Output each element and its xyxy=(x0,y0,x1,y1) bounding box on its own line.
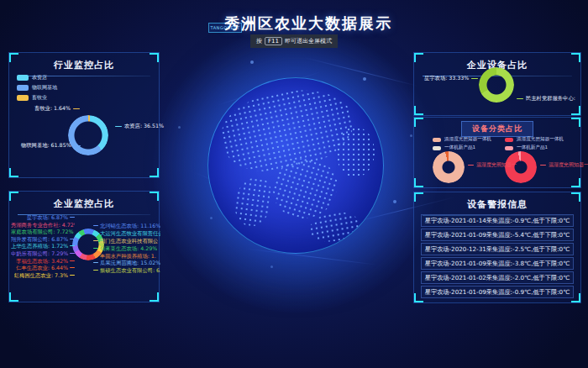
device-category-donut-left[interactable] xyxy=(433,151,465,183)
leader-line xyxy=(93,233,98,234)
panel-device-alarms: 设备警报信息 星宇农场-2021-01-14采集温度:-0.9℃,低于下限:0℃… xyxy=(413,192,581,303)
globe-continent-dots xyxy=(232,175,274,228)
panel-title: 设备警报信息 xyxy=(414,198,580,211)
legend-label: 畜牧业 xyxy=(32,94,47,102)
alarm-row: 星宇农场-2021-01-09采集温度:-3.8℃,低于下限:0℃ xyxy=(421,257,574,270)
device-category-callout-right: 温湿度光照知器一 xyxy=(540,161,588,169)
callout-text: 民主村党群服务中心: xyxy=(526,95,575,103)
legend-label: 一体机新产品1 xyxy=(444,145,475,151)
legend-item[interactable]: 一体机新产品1 xyxy=(433,145,491,151)
legend-item[interactable]: 温湿度光照知器一体机 xyxy=(505,136,564,143)
panel-enterprise-monitor: 企业监控占比 星宇农场: 6.87% 秀湖商务专业合作社: 4.72% 家庭农场… xyxy=(8,191,160,302)
alarm-row: 星宇农场-2021-01-09采集温度:-0.9℃,低于下限:0℃ xyxy=(421,286,574,298)
legend-label: 农资店 xyxy=(32,74,47,81)
label-text: 上华生态养殖场: 1.72% xyxy=(11,243,68,249)
industry-callout-livestock: 畜牧业: 1.64% xyxy=(34,105,80,113)
leader-line xyxy=(93,255,98,256)
legend-swatch xyxy=(505,138,513,142)
legend-swatch xyxy=(433,138,441,142)
legend-label: 温湿度光照知器一体机 xyxy=(517,136,564,143)
panel-industry-monitor: 行业监控占比 农资店 物联网基地 畜牧业 畜牧业 xyxy=(8,52,160,178)
label-text: 仁丰生态农业: 6.44% xyxy=(16,265,68,271)
leader-line xyxy=(93,240,98,241)
panel-device-category: 设备分类占比 温湿度光照知器一体机 一体机新产品1 温湿度光照知器一体机 xyxy=(413,117,581,188)
label-text: 星宇农场: 6.87% xyxy=(27,214,68,220)
label-text: 瓜果沅周苗圃地: 15.02% xyxy=(100,260,160,265)
leader-line xyxy=(70,239,75,239)
legend-item[interactable]: 温湿度光照知器一体机 xyxy=(433,136,491,143)
leader-line xyxy=(74,145,81,146)
label-text: 红梅园生态农业: 7.3% xyxy=(14,272,68,278)
leader-line xyxy=(93,262,98,263)
legend-item[interactable]: 畜牧业 xyxy=(17,94,57,102)
leader-line xyxy=(93,270,98,271)
legend-item[interactable]: 一体机新产品1 xyxy=(505,145,564,151)
label-text: 翔升发有限公司: 6.87% xyxy=(11,236,68,242)
device-ratio-donut-chart[interactable] xyxy=(479,67,514,103)
panel-title: 企业监控占比 xyxy=(9,197,159,210)
globe xyxy=(207,77,384,254)
enterprise-label: 北珂锦生态农场: 11.16% xyxy=(93,223,160,229)
label-text: 北珂锦生态农场: 11.16% xyxy=(100,223,160,229)
legend-label: 温湿度光照知器一体机 xyxy=(444,136,491,143)
legend-item[interactable]: 物联网基地 xyxy=(17,84,57,92)
alarm-row: 星宇农场-2021-01-14采集温度:-0.9℃,低于下限:0℃ xyxy=(421,214,574,227)
leader-line xyxy=(70,217,75,218)
label-text: 阳门生态农业科技有限公 xyxy=(100,238,158,244)
leader-line xyxy=(540,165,546,166)
label-text: 秀湖商务专业合作社: 4.72% xyxy=(11,222,75,228)
enterprise-label: 仁丰生态农业: 6.44% xyxy=(16,265,75,271)
f11-key-badge: F11 xyxy=(265,37,282,45)
enterprise-label: 丰圆水产种质养殖场: 1. xyxy=(93,253,156,259)
label-text: 中奶乐有限公司: 7.29% xyxy=(11,250,68,256)
leader-line xyxy=(70,275,75,276)
device-ratio-callout-left: 星宇农场: 33.33% xyxy=(424,75,478,82)
device-category-legend-left: 温湿度光照知器一体机 一体机新产品1 xyxy=(433,136,491,151)
leader-line xyxy=(70,245,75,246)
enterprise-label: 秀湖商务专业合作社: 4.72% xyxy=(11,222,75,228)
label-text: 振硕生态农业有限公司: 6.87% xyxy=(100,267,160,273)
enterprise-label: 中奶乐有限公司: 7.29% xyxy=(11,250,75,256)
device-ratio-callout-right: 民主村党群服务中心: xyxy=(517,95,575,103)
legend-swatch xyxy=(17,85,29,91)
alarm-row: 星宇农场-2021-01-02采集温度:-2.0℃,低于下限:0℃ xyxy=(421,271,574,284)
enterprise-label: 星宇农场: 6.87% xyxy=(27,214,75,220)
callout-text: 物联网基地: 61.85% xyxy=(21,142,71,150)
leader-line xyxy=(115,126,122,127)
globe-continent-dots xyxy=(336,127,375,177)
enterprise-labels-right: 北珂锦生态农场: 11.16% 大运河生态牧业有限责任公 阳门生态农业科技有限公… xyxy=(93,223,160,273)
alarm-row: 星宇农场-2020-12-31采集温度:-2.5℃,低于下限:0℃ xyxy=(421,243,574,255)
industry-legend: 农资店 物联网基地 畜牧业 xyxy=(17,74,57,102)
callout-text: 畜牧业: 1.64% xyxy=(34,105,71,113)
enterprise-label: 翔升发有限公司: 6.87% xyxy=(11,236,75,242)
label-text: 甸蒋菜生态农场: 4.29% xyxy=(100,245,157,251)
enterprise-label: 家庭农场有限公司: 7.72% xyxy=(11,229,75,234)
label-text: 家庭农场有限公司: 7.72% xyxy=(11,229,74,234)
device-category-callout-left: 温湿度光照知器一 xyxy=(468,161,517,169)
device-category-title: 设备分类占比 xyxy=(461,121,533,137)
leader-line xyxy=(70,267,75,268)
legend-item[interactable]: 农资店 xyxy=(17,74,57,81)
panel-title: 行业监控占比 xyxy=(9,59,159,71)
legend-swatch xyxy=(433,146,441,150)
enterprise-labels-left: 星宇农场: 6.87% 秀湖商务专业合作社: 4.72% 家庭农场有限公司: 7… xyxy=(11,214,75,278)
device-category-legend-right: 温湿度光照知器一体机 一体机新产品1 xyxy=(505,136,564,151)
callout-text: 温湿度光照知器一 xyxy=(549,161,588,169)
leader-line xyxy=(93,225,98,226)
leader-line xyxy=(471,78,478,79)
callout-text: 温湿度光照知器一 xyxy=(476,161,517,169)
alarm-row: 星宇农场-2021-01-09采集温度:-5.4℃,低于下限:0℃ xyxy=(421,229,574,241)
callout-text: 星宇农场: 33.33% xyxy=(424,75,469,82)
enterprise-label: 甸蒋菜生态农场: 4.29% xyxy=(93,245,157,251)
legend-swatch xyxy=(505,146,513,150)
leader-line xyxy=(93,248,98,249)
tooltip-suffix: 即可退出全屏模式 xyxy=(285,37,332,45)
label-text: 丰圆水产种质养殖场: 1. xyxy=(100,253,156,259)
enterprise-label: 上华生态养殖场: 1.72% xyxy=(11,243,75,249)
legend-swatch xyxy=(17,75,29,81)
leader-line xyxy=(70,260,75,261)
label-text: 李福生态农场: 3.42% xyxy=(16,258,68,264)
industry-callout-agristore: 农资店: 36.51% xyxy=(115,123,164,130)
label-text: 大运河生态牧业有限责任公 xyxy=(100,230,160,236)
enterprise-label: 振硕生态农业有限公司: 6.87% xyxy=(93,267,160,273)
